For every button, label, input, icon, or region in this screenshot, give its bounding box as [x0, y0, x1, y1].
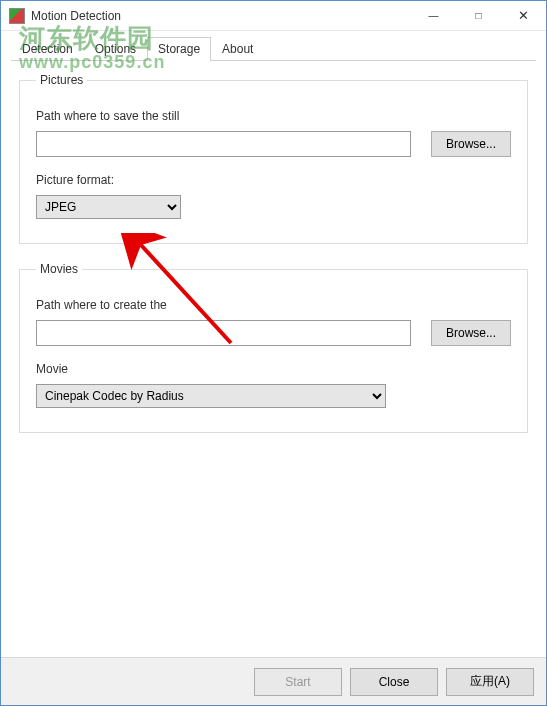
- start-button[interactable]: Start: [254, 668, 342, 696]
- window-controls: — □ ✕: [411, 1, 546, 30]
- tab-about[interactable]: About: [211, 37, 264, 61]
- pictures-path-label: Path where to save the still: [36, 109, 511, 123]
- picture-format-label: Picture format:: [36, 173, 511, 187]
- picture-format-select[interactable]: JPEG: [36, 195, 181, 219]
- tab-storage[interactable]: Storage: [147, 37, 211, 61]
- movies-legend: Movies: [36, 262, 82, 276]
- footer-bar: Start Close 应用(A): [1, 657, 546, 705]
- content-area: Pictures Path where to save the still Br…: [1, 61, 546, 657]
- window-title: Motion Detection: [31, 9, 411, 23]
- movies-path-label: Path where to create the: [36, 298, 511, 312]
- movies-browse-button[interactable]: Browse...: [431, 320, 511, 346]
- movie-codec-select[interactable]: Cinepak Codec by Radius: [36, 384, 386, 408]
- close-dialog-button[interactable]: Close: [350, 668, 438, 696]
- minimize-button[interactable]: —: [411, 1, 456, 30]
- tab-detection[interactable]: Detection: [11, 37, 84, 61]
- app-icon: [9, 8, 25, 24]
- tab-options[interactable]: Options: [84, 37, 147, 61]
- pictures-browse-button[interactable]: Browse...: [431, 131, 511, 157]
- movie-codec-label: Movie: [36, 362, 511, 376]
- pictures-legend: Pictures: [36, 73, 87, 87]
- maximize-button[interactable]: □: [456, 1, 501, 30]
- close-button[interactable]: ✕: [501, 1, 546, 30]
- movies-path-input[interactable]: [36, 320, 411, 346]
- titlebar: Motion Detection — □ ✕: [1, 1, 546, 31]
- pictures-group: Pictures Path where to save the still Br…: [19, 73, 528, 244]
- tab-bar: Detection Options Storage About: [1, 31, 546, 61]
- movies-group: Movies Path where to create the Browse..…: [19, 262, 528, 433]
- apply-button[interactable]: 应用(A): [446, 668, 534, 696]
- pictures-path-input[interactable]: [36, 131, 411, 157]
